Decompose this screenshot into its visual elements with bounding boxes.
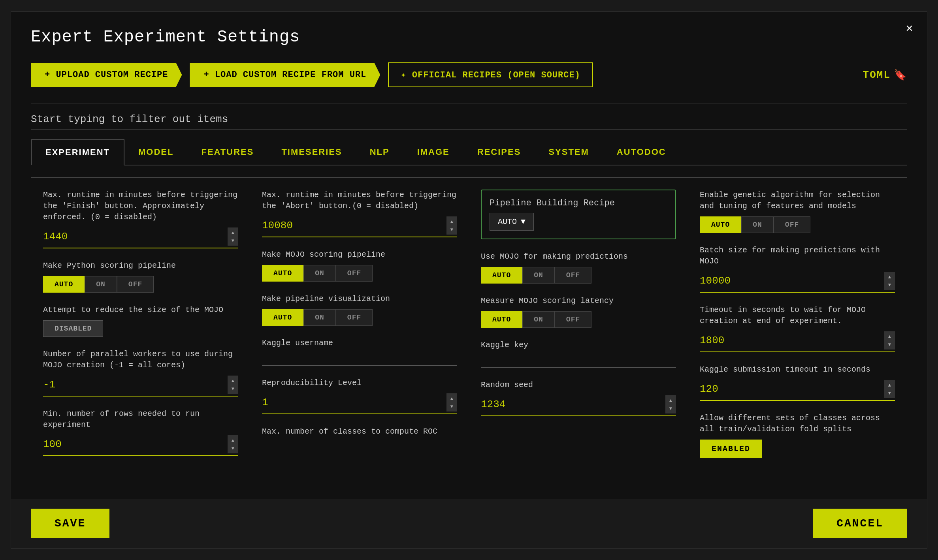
mojo-timeout-label: Timeout in seconds to wait for MOJO crea… bbox=[700, 304, 895, 327]
use-mojo-on[interactable]: ON bbox=[522, 267, 555, 284]
random-seed-input-group bbox=[481, 395, 676, 416]
load-url-button[interactable]: + LOAD CUSTOM RECIPE FROM URL bbox=[190, 63, 380, 87]
recipe-dropdown[interactable]: AUTO ▼ bbox=[490, 213, 534, 231]
dialog: × Expert Experiment Settings + UPLOAD CU… bbox=[11, 11, 927, 549]
mojo-latency-on[interactable]: ON bbox=[522, 311, 555, 328]
pipeline-viz-auto[interactable]: AUTO bbox=[262, 309, 303, 326]
tab-system[interactable]: SYSTEM bbox=[535, 139, 603, 165]
toml-text: TOML bbox=[863, 69, 891, 81]
python-scoring-off[interactable]: OFF bbox=[117, 276, 154, 293]
kaggle-submission-timeout-label: Kaggle submission timeout in seconds bbox=[700, 364, 895, 375]
mojo-timeout: Timeout in seconds to wait for MOJO crea… bbox=[700, 304, 895, 352]
mojo-timeout-spinner[interactable] bbox=[884, 331, 895, 350]
genetic-algo-off[interactable]: OFF bbox=[774, 216, 810, 233]
pipeline-viz: Make pipeline visualization AUTO ON OFF bbox=[262, 293, 457, 326]
genetic-algo-label: Enable genetic algorithm for selection a… bbox=[700, 190, 895, 212]
settings-grid: Max. runtime in minutes before triggerin… bbox=[43, 190, 895, 458]
genetic-algo-auto[interactable]: AUTO bbox=[700, 216, 741, 233]
max-runtime-abort-input-group bbox=[262, 216, 457, 237]
use-mojo-toggle: AUTO ON OFF bbox=[481, 267, 676, 284]
genetic-algo-on[interactable]: ON bbox=[741, 216, 774, 233]
python-scoring-auto[interactable]: AUTO bbox=[43, 276, 85, 293]
parallel-workers-input[interactable] bbox=[43, 379, 228, 391]
pipeline-viz-off[interactable]: OFF bbox=[336, 309, 373, 326]
max-runtime-abort: Max. runtime in minutes before triggerin… bbox=[262, 190, 457, 237]
python-scoring-on[interactable]: ON bbox=[85, 276, 117, 293]
mojo-latency-off[interactable]: OFF bbox=[555, 311, 591, 328]
cancel-button[interactable]: CANCEL bbox=[813, 509, 907, 538]
max-runtime-abort-input[interactable] bbox=[262, 220, 446, 231]
batch-size-mojo: Batch size for making predictions with M… bbox=[700, 245, 895, 293]
tab-features[interactable]: FEATURES bbox=[187, 139, 267, 165]
tab-nlp[interactable]: NLP bbox=[356, 139, 403, 165]
mojo-latency-label: Measure MOJO scoring latency bbox=[481, 295, 676, 306]
mojo-scoring-label: Make MOJO scoring pipeline bbox=[262, 249, 457, 260]
upload-recipe-button[interactable]: + UPLOAD CUSTOM RECIPE bbox=[31, 63, 182, 87]
allow-different-classes: Allow different sets of classes across a… bbox=[700, 413, 895, 458]
tab-timeseries[interactable]: TIMESERIES bbox=[267, 139, 356, 165]
pipeline-viz-on[interactable]: ON bbox=[303, 309, 336, 326]
col1: Max. runtime in minutes before triggerin… bbox=[43, 190, 238, 458]
mojo-latency-toggle: AUTO ON OFF bbox=[481, 311, 676, 328]
close-button[interactable]: × bbox=[906, 22, 913, 34]
use-mojo-off[interactable]: OFF bbox=[555, 267, 591, 284]
reduce-mojo: Attempt to reduce the size of the MOJO D… bbox=[43, 304, 238, 337]
pipeline-recipe: Pipeline Building Recipe AUTO ▼ bbox=[481, 190, 676, 239]
max-runtime-abort-spinner[interactable] bbox=[446, 216, 457, 235]
max-runtime-finish-spinner[interactable] bbox=[228, 227, 238, 246]
recipe-dropdown-arrow: ▼ bbox=[521, 217, 526, 226]
toml-label[interactable]: TOML 🔖 bbox=[863, 69, 907, 81]
use-mojo-auto[interactable]: AUTO bbox=[481, 267, 522, 284]
divider bbox=[31, 103, 907, 103]
max-roc-input[interactable] bbox=[262, 442, 457, 454]
tab-experiment[interactable]: EXPERIMENT bbox=[31, 139, 124, 165]
max-runtime-finish-input[interactable] bbox=[43, 231, 228, 242]
tab-recipes[interactable]: RECIPES bbox=[463, 139, 535, 165]
reproducibility-input-group bbox=[262, 393, 457, 414]
filter-label: Start typing to filter out items bbox=[31, 113, 907, 130]
mojo-timeout-input[interactable] bbox=[700, 334, 884, 346]
min-rows-spinner[interactable] bbox=[228, 435, 238, 453]
mojo-scoring-auto[interactable]: AUTO bbox=[262, 265, 303, 282]
reduce-mojo-toggle: DISABLED bbox=[43, 320, 238, 337]
allow-different-classes-enabled[interactable]: ENABLED bbox=[700, 440, 762, 458]
batch-size-spinner[interactable] bbox=[884, 272, 895, 290]
batch-size-input[interactable] bbox=[700, 275, 884, 287]
reproducibility-label: Reproducibility Level bbox=[262, 378, 457, 389]
recipe-box-label: Pipeline Building Recipe bbox=[490, 198, 667, 208]
toml-icon: 🔖 bbox=[894, 69, 907, 81]
official-recipes-button[interactable]: ✦ OFFICIAL RECIPES (OPEN SOURCE) bbox=[388, 62, 593, 87]
genetic-algo-toggle: AUTO ON OFF bbox=[700, 216, 895, 233]
tab-bar: EXPERIMENT MODEL FEATURES TIMESERIES NLP… bbox=[31, 139, 907, 165]
tab-autodoc[interactable]: AUTODOC bbox=[603, 139, 680, 165]
kaggle-key-input[interactable] bbox=[481, 355, 676, 368]
tab-model[interactable]: MODEL bbox=[124, 139, 187, 165]
col2: Max. runtime in minutes before triggerin… bbox=[262, 190, 457, 458]
parallel-workers-spinner[interactable] bbox=[228, 376, 238, 394]
kaggle-submission-input-group bbox=[700, 380, 895, 401]
reduce-mojo-label: Attempt to reduce the size of the MOJO bbox=[43, 304, 238, 316]
min-rows-input[interactable] bbox=[43, 438, 228, 450]
min-rows-input-group bbox=[43, 435, 238, 456]
reproducibility-input[interactable] bbox=[262, 397, 446, 408]
max-runtime-finish-label: Max. runtime in minutes before triggerin… bbox=[43, 190, 238, 223]
mojo-latency-auto[interactable]: AUTO bbox=[481, 311, 522, 328]
tab-image[interactable]: IMAGE bbox=[403, 139, 463, 165]
kaggle-username-input[interactable] bbox=[262, 353, 457, 366]
kaggle-submission-spinner[interactable] bbox=[884, 380, 895, 398]
random-seed-input[interactable] bbox=[481, 398, 665, 410]
random-seed: Random seed bbox=[481, 380, 676, 416]
reduce-mojo-disabled[interactable]: DISABLED bbox=[43, 320, 103, 337]
mojo-latency: Measure MOJO scoring latency AUTO ON OFF bbox=[481, 295, 676, 328]
mojo-scoring-on[interactable]: ON bbox=[303, 265, 336, 282]
mojo-scoring-off[interactable]: OFF bbox=[336, 265, 373, 282]
reproducibility-spinner[interactable] bbox=[446, 393, 457, 412]
random-seed-spinner[interactable] bbox=[665, 395, 676, 413]
reproducibility: Reproducibility Level bbox=[262, 378, 457, 414]
batch-size-label: Batch size for making predictions with M… bbox=[700, 245, 895, 267]
pipeline-viz-toggle: AUTO ON OFF bbox=[262, 309, 457, 326]
kaggle-submission-input[interactable] bbox=[700, 383, 884, 395]
max-roc-classes: Max. number of classes to compute ROC bbox=[262, 426, 457, 454]
kaggle-key-label: Kaggle key bbox=[481, 340, 676, 351]
save-button[interactable]: SAVE bbox=[31, 509, 109, 538]
